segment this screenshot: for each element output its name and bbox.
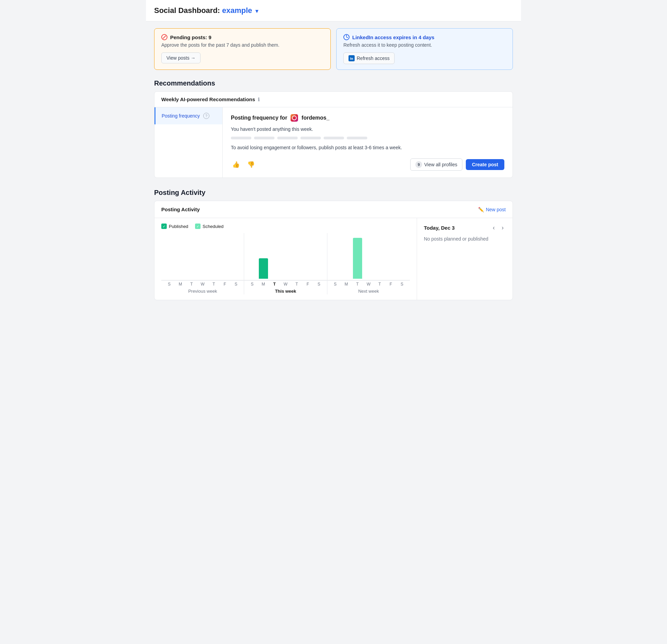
page-wrapper: Social Dashboard: example ▾ Pending post… [146,0,521,308]
info-icon[interactable]: ℹ [258,97,260,102]
prev-day-button[interactable]: ‹ [491,224,497,232]
next-week-bars [327,233,410,280]
prev-day-label-w: W [198,282,207,287]
charts-row: S M T W T F S Previous week [161,233,410,294]
rec-actions: 👍 👎 9 View all profiles Create post [231,158,504,171]
linkedin-icon: in [349,55,355,61]
this-day-m [259,258,268,279]
next-day-button[interactable]: › [500,224,506,232]
activity-card: Posting Activity ✏️ New post ✓ Published… [154,201,513,300]
create-post-button[interactable]: Create post [466,159,504,170]
this-day-label-t1: T [270,282,279,287]
rec-bar-6 [347,137,367,139]
thumbs-up-button[interactable]: 👍 [231,159,241,170]
linkedin-title: LinkedIn access expires in 4 days [343,34,506,40]
rec-bar-2 [254,137,275,139]
activity-sidebar: Today, Dec 3 ‹ › No posts planned or pub… [417,218,513,300]
prev-day-label-t1: T [187,282,196,287]
next-week-label: Next week [327,287,410,294]
scheduled-label: Scheduled [203,224,223,229]
refresh-access-label: Refresh access [357,56,389,61]
next-week-days: S M T W T F S [327,280,410,287]
activity-date-header: Today, Dec 3 ‹ › [424,224,506,232]
legend-scheduled: ✓ Scheduled [195,224,223,229]
activity-header: Posting Activity ✏️ New post [154,201,513,218]
title-prefix: Social Dashboard: [154,6,220,15]
rec-advice: To avoid losing engagement or followers,… [231,145,504,150]
view-profiles-label: View all profiles [424,162,457,167]
pending-posts-banner: Pending posts: 9 Approve the posts for t… [154,28,331,70]
prev-day-label-s1: S [165,282,174,287]
view-all-profiles-button[interactable]: 9 View all profiles [410,158,462,171]
instagram-icon [291,114,298,122]
linkedin-banner: LinkedIn access expires in 4 days Refres… [336,28,513,70]
recommendations-card: Weekly AI-powered Recommendations ℹ Post… [154,91,513,178]
posting-activity-heading: Posting Activity [146,186,521,201]
refresh-access-button[interactable]: in Refresh access [343,52,395,64]
this-day-label-f: F [303,282,312,287]
linkedin-title-text: LinkedIn access expires in 4 days [352,34,434,40]
this-day-label-t2: T [292,282,301,287]
pending-posts-desc: Approve the posts for the past 7 days an… [161,42,324,48]
next-day-label-s2: S [397,282,406,287]
prev-day-label-m: M [176,282,185,287]
this-day-label-s2: S [314,282,324,287]
rec-title-prefix: Posting frequency for [231,115,287,121]
circle-slash-icon [161,34,167,40]
nav-arrows: ‹ › [491,224,506,232]
rec-vote: 👍 👎 [231,159,256,170]
rec-profile-name: fordemos_ [301,115,329,121]
rec-content: Posting frequency for fordemos_ You have… [223,107,513,178]
activity-date-title: Today, Dec 3 [424,225,455,231]
new-post-label: New post [486,207,506,212]
this-day-label-m: M [259,282,268,287]
prev-day-label-f: F [220,282,229,287]
view-profiles-count: 9 [415,161,422,168]
prev-week-days: S M T W T F S [161,280,244,287]
title-accent: example [222,6,252,15]
new-post-button[interactable]: ✏️ New post [478,207,506,212]
activity-chart-area: ✓ Published ✓ Scheduled [154,218,417,300]
next-day-t1 [353,238,362,279]
this-day-label-w: W [281,282,290,287]
chart-legend: ✓ Published ✓ Scheduled [161,224,410,229]
linkedin-desc: Refresh access it to keep posting conten… [343,42,506,48]
this-week-chart: S M T W T F S This week [244,233,327,294]
rec-content-title: Posting frequency for fordemos_ [231,114,504,122]
pending-posts-title: Pending posts: 9 [161,34,324,40]
banners-container: Pending posts: 9 Approve the posts for t… [146,21,521,77]
recommendations-heading: Recommendations [146,77,521,91]
scheduled-check-icon: ✓ [195,224,201,229]
rec-no-post: You haven't posted anything this week. [231,126,504,132]
next-day-label-w: W [364,282,373,287]
thumbs-down-button[interactable]: 👎 [246,159,256,170]
rec-bar-3 [277,137,298,139]
this-week-days: S M T W T F S [244,280,327,287]
sidebar-item-posting-frequency[interactable]: Posting frequency ? [154,107,222,124]
activity-card-title: Posting Activity [161,206,200,212]
rec-sidebar: Posting frequency ? [154,107,223,178]
activity-body: ✓ Published ✓ Scheduled [154,218,513,300]
pending-posts-title-text: Pending posts: 9 [170,34,211,40]
view-posts-label: View posts → [166,55,195,61]
recommendations-card-title: Weekly AI-powered Recommendations [161,96,255,102]
prev-day-label-t2: T [209,282,218,287]
published-label: Published [169,224,188,229]
question-circle-icon: ? [203,113,209,119]
this-week-bars [244,233,327,280]
rec-right-actions: 9 View all profiles Create post [410,158,504,171]
clock-icon [343,34,350,40]
next-week-chart: S M T W T F S Next week [327,233,410,294]
pencil-icon: ✏️ [478,207,484,212]
page-header: Social Dashboard: example ▾ [146,0,521,21]
prev-week-chart: S M T W T F S Previous week [161,233,244,294]
page-title: Social Dashboard: example ▾ [154,6,513,15]
title-chevron[interactable]: ▾ [255,8,258,14]
view-posts-button[interactable]: View posts → [161,52,201,63]
next-day-label-m: M [342,282,351,287]
prev-week-bars [161,233,244,280]
no-posts-text: No posts planned or published [424,236,506,242]
next-day-label-s1: S [331,282,340,287]
next-day-label-t1: T [353,282,362,287]
rec-bar-1 [231,137,251,139]
